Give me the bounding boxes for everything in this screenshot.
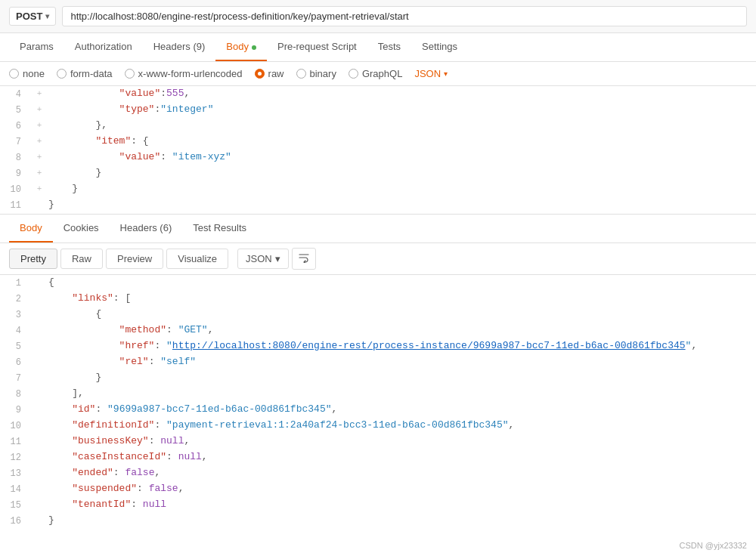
req-code-line-11: 11 } [0,197,756,213]
body-dot-indicator [252,45,256,50]
tab-body[interactable]: Body [215,33,267,61]
req-code-line-6: 6 + }, [0,118,756,134]
method-label: POST [16,11,42,22]
tab-headers[interactable]: Headers (9) [143,33,216,61]
radio-form-data[interactable]: form-data [57,68,113,79]
req-code-line-10: 10 + } [0,181,756,197]
radio-none[interactable]: none [9,68,45,79]
wrap-icon [299,252,309,263]
tab-settings[interactable]: Settings [411,33,468,61]
resp-view-visualize[interactable]: Visualize [166,249,228,269]
req-code-line-9: 9 + } [0,165,756,181]
resp-line-13: 13 "ended": false, [0,465,756,481]
method-chevron-icon: ▾ [45,12,49,20]
resp-line-2: 2 "links": [ [0,291,756,307]
radio-raw-circle [255,69,265,79]
req-code-line-5: 5 + "type":"integer" [0,102,756,118]
radio-none-circle [9,69,19,79]
url-bar: POST ▾ [0,0,756,33]
resp-tab-headers[interactable]: Headers (6) [110,215,183,242]
json-format-selector[interactable]: JSON ▾ [414,68,448,79]
radio-binary[interactable]: binary [296,68,336,79]
resp-json-label: JSON [246,253,272,264]
resp-tab-body[interactable]: Body [9,215,53,242]
body-type-row: none form-data x-www-form-urlencoded raw… [0,62,756,86]
radio-form-data-label: form-data [70,68,113,79]
resp-line-9: 9 "id": "9699a987-bcc7-11ed-b6ac-00d861f… [0,402,756,418]
radio-form-data-circle [57,69,67,79]
resp-wrap-button[interactable] [292,248,316,270]
radio-raw-label: raw [268,68,284,79]
method-select[interactable]: POST ▾ [9,7,56,26]
resp-line-8: 8 ], [0,386,756,402]
resp-line-16: 16 } [0,513,756,529]
resp-line-5: 5 "href": "http://localhost:8080/engine-… [0,338,756,354]
req-code-line-4: 4 + "value":555, [0,86,756,102]
radio-urlencoded-circle [125,69,135,79]
response-body-viewer: 1 { 2 "links": [ 3 { 4 "method": "GET", … [0,275,756,535]
url-input[interactable] [62,6,747,26]
resp-view-raw[interactable]: Raw [60,249,103,269]
response-tabs: Body Cookies Headers (6) Test Results [0,215,756,243]
resp-tab-cookies[interactable]: Cookies [53,215,110,242]
tab-body-label: Body [226,41,249,52]
json-format-chevron-icon: ▾ [444,70,448,78]
radio-graphql[interactable]: GraphQL [349,68,402,79]
resp-line-6: 6 "rel": "self" [0,354,756,370]
radio-raw[interactable]: raw [255,68,284,79]
resp-line-3: 3 { [0,307,756,323]
radio-binary-circle [296,69,306,79]
resp-line-12: 12 "caseInstanceId": null, [0,449,756,465]
json-format-label: JSON [414,68,441,79]
resp-view-preview[interactable]: Preview [106,249,163,269]
radio-urlencoded-label: x-www-form-urlencoded [138,68,243,79]
resp-line-14: 14 "suspended": false, [0,481,756,497]
response-toolbar: Pretty Raw Preview Visualize JSON ▾ [0,243,756,275]
radio-graphql-label: GraphQL [362,68,402,79]
tab-pre-request[interactable]: Pre-request Script [267,33,367,61]
request-tabs: Params Authorization Headers (9) Body Pr… [0,33,756,62]
resp-line-7: 7 } [0,370,756,386]
tab-params[interactable]: Params [9,33,64,61]
resp-line-10: 10 "definitionId": "payment-retrieval:1:… [0,418,756,434]
req-code-line-7: 7 + "item": { [0,134,756,150]
radio-none-label: none [23,68,45,79]
resp-line-4: 4 "method": "GET", [0,323,756,338]
resp-json-format-selector[interactable]: JSON ▾ [237,249,289,269]
radio-graphql-circle [349,69,358,79]
request-body-editor[interactable]: 4 + "value":555, 5 + "type":"integer" 6 … [0,86,756,215]
req-code-line-8: 8 + "value": "item-xyz" [0,150,756,165]
resp-line-11: 11 "businessKey": null, [0,434,756,449]
tab-tests[interactable]: Tests [367,33,411,61]
resp-tab-test-results[interactable]: Test Results [182,215,257,242]
radio-urlencoded[interactable]: x-www-form-urlencoded [125,68,243,79]
resp-view-pretty[interactable]: Pretty [9,249,57,269]
href-link[interactable]: http://localhost:8080/engine-rest/proces… [172,340,686,351]
resp-line-1: 1 { [0,275,756,291]
resp-line-15: 15 "tenantId": null [0,497,756,513]
tab-authorization[interactable]: Authorization [64,33,143,61]
resp-json-chevron-icon: ▾ [275,253,280,264]
radio-binary-label: binary [310,68,336,79]
